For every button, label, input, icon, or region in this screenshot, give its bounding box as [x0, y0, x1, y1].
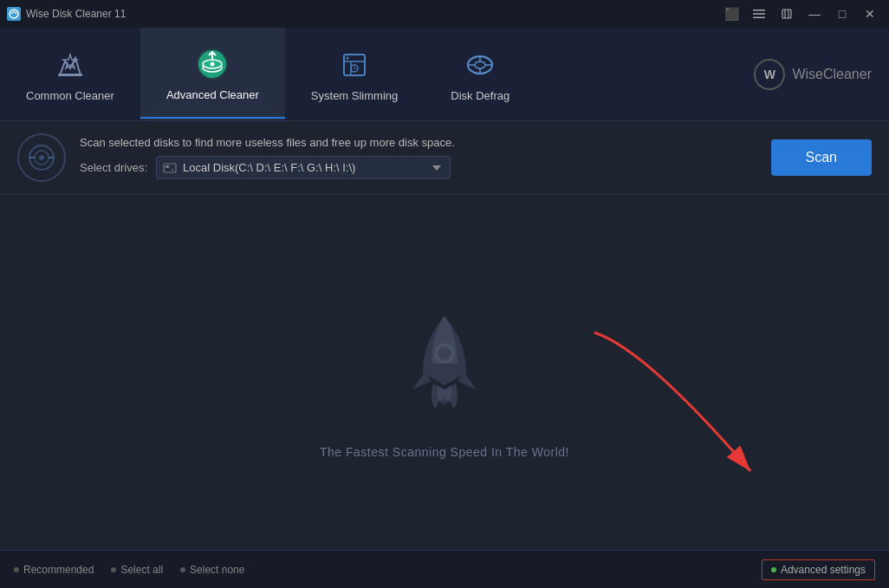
- tab-common-cleaner[interactable]: Common Cleaner: [0, 28, 140, 120]
- svg-point-18: [475, 61, 485, 68]
- footer-left: Recommended Select all Select none: [14, 564, 244, 576]
- logo-text: WiseCleaner: [792, 67, 872, 82]
- common-cleaner-icon: [51, 46, 89, 84]
- info-bar: Scan selected disks to find more useless…: [0, 121, 889, 195]
- svg-rect-26: [164, 164, 176, 172]
- maximize-button[interactable]: □: [830, 4, 854, 23]
- settings-button[interactable]: [747, 4, 771, 23]
- svg-point-25: [39, 155, 44, 160]
- drive-select[interactable]: Local Disk(C:\ D:\ E:\ F:\ G:\ H:\ I:\): [156, 156, 451, 179]
- pin-button[interactable]: [775, 4, 799, 23]
- app-icon: [7, 7, 21, 21]
- footer-recommended[interactable]: Recommended: [14, 564, 94, 576]
- select-none-label: Select none: [190, 564, 244, 576]
- logo-circle: W: [754, 59, 785, 90]
- advanced-cleaner-icon: [193, 45, 231, 83]
- svg-point-30: [439, 348, 450, 359]
- scan-button[interactable]: Scan: [771, 139, 872, 176]
- recommended-dot: [14, 567, 19, 572]
- svg-rect-4: [782, 10, 791, 18]
- minimize-button[interactable]: —: [802, 4, 827, 23]
- disk-defrag-icon: [461, 46, 499, 84]
- title-bar: Wise Disk Cleaner 11 ⬛ — □ ✕: [0, 0, 889, 28]
- select-all-label: Select all: [120, 564, 163, 576]
- annotation-arrow: [577, 315, 837, 506]
- rocket-caption: The Fastest Scanning Speed In The World!: [320, 445, 569, 459]
- rocket-icon: [388, 303, 501, 428]
- tab-disk-defrag-label: Disk Defrag: [451, 89, 509, 102]
- footer-select-all[interactable]: Select all: [111, 564, 163, 576]
- svg-rect-1: [753, 10, 765, 11]
- rocket-area: The Fastest Scanning Speed In The World!: [320, 303, 569, 459]
- window-title: Wise Disk Cleaner 11: [26, 8, 126, 20]
- tab-advanced-cleaner-label: Advanced Cleaner: [166, 88, 259, 101]
- system-slimming-icon: [335, 46, 373, 84]
- info-description: Scan selected disks to find more useless…: [80, 136, 757, 149]
- svg-rect-2: [753, 13, 765, 15]
- main-content: The Fastest Scanning Speed In The World!: [0, 195, 889, 549]
- svg-rect-3: [753, 17, 765, 19]
- svg-point-15: [347, 57, 349, 60]
- footer-select-none[interactable]: Select none: [180, 564, 244, 576]
- select-all-dot: [111, 567, 116, 572]
- footer-advanced-settings[interactable]: Advanced settings: [762, 559, 875, 580]
- svg-rect-7: [58, 74, 82, 76]
- tab-system-slimming[interactable]: System Slimming: [285, 28, 424, 120]
- tab-common-cleaner-label: Common Cleaner: [26, 89, 114, 102]
- nav-tabs: Common Cleaner Advanced Cleaner: [0, 28, 889, 121]
- title-controls: ⬛ — □ ✕: [719, 4, 882, 23]
- drive-label: Select drives:: [80, 161, 147, 174]
- info-text-area: Scan selected disks to find more useless…: [80, 136, 757, 179]
- title-bar-left: Wise Disk Cleaner 11: [7, 7, 126, 21]
- tab-disk-defrag[interactable]: Disk Defrag: [424, 28, 536, 120]
- restore-button[interactable]: ⬛: [719, 4, 743, 23]
- select-none-dot: [180, 567, 185, 572]
- svg-point-13: [211, 62, 215, 67]
- logo-letter: W: [764, 68, 775, 81]
- advanced-settings-label: Advanced settings: [781, 564, 866, 576]
- close-button[interactable]: ✕: [858, 4, 882, 23]
- svg-rect-27: [165, 165, 169, 168]
- drive-row: Select drives: Local Disk(C:\ D:\ E:\ F:…: [80, 156, 757, 179]
- recommended-label: Recommended: [23, 564, 94, 576]
- logo-area: W WiseCleaner: [754, 28, 889, 120]
- tab-system-slimming-label: System Slimming: [311, 89, 398, 102]
- tab-advanced-cleaner[interactable]: Advanced Cleaner: [140, 28, 285, 120]
- advanced-settings-dot: [771, 567, 776, 572]
- svg-point-28: [172, 169, 173, 171]
- info-disk-icon: [17, 133, 66, 182]
- footer: Recommended Select all Select none Advan…: [0, 550, 889, 588]
